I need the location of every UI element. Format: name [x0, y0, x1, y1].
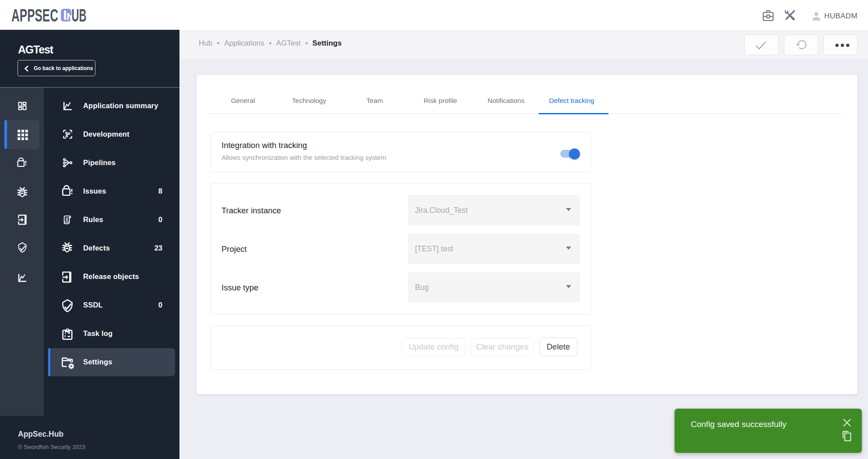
svg-text:UB: UB: [72, 6, 87, 24]
svg-text:APPSEC: APPSEC: [11, 6, 58, 24]
svg-text:2: 2: [64, 334, 66, 338]
